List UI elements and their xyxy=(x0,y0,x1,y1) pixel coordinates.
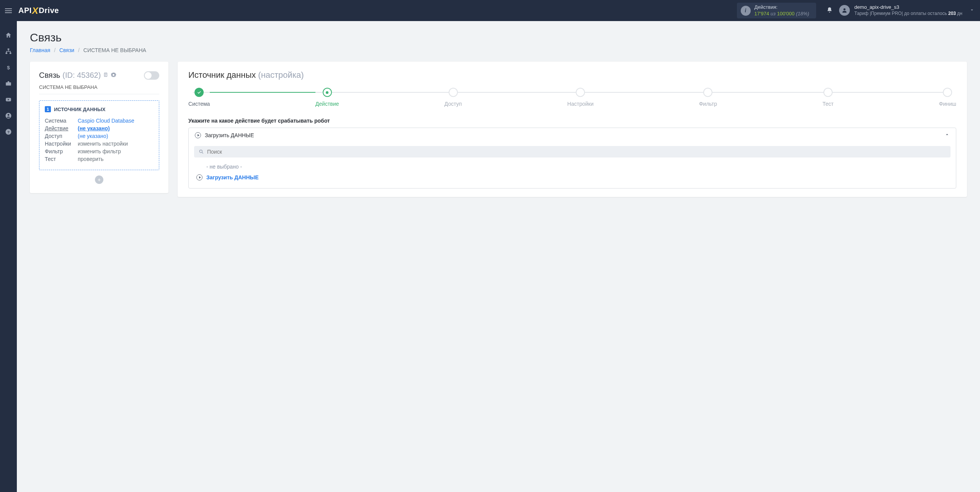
action-search-input[interactable] xyxy=(207,149,946,155)
actions-total: 100'000 xyxy=(777,11,795,16)
actions-usage-badge[interactable]: i Действия: 17'974 из 100'000 (18%) xyxy=(737,3,816,18)
action-select: Загрузить ДАННЫЕ - не выбрано - Загрузит… xyxy=(188,128,956,189)
logo-pre: API xyxy=(18,6,32,15)
config-title: Источник данных (настройка) xyxy=(188,70,956,80)
step-test[interactable]: Тест xyxy=(822,88,833,107)
svg-rect-8 xyxy=(6,82,11,85)
username: demo_apix-drive_s3 xyxy=(854,4,962,11)
row-action-value[interactable]: (не указано) xyxy=(78,125,110,131)
option-load-data[interactable]: Загрузить ДАННЫЕ xyxy=(194,172,951,183)
tariff-info: Тариф |Премиум PRO| до оплаты осталось 2… xyxy=(854,11,962,17)
bell-icon[interactable] xyxy=(823,7,836,14)
nav-help[interactable]: ? xyxy=(0,124,17,140)
source-box: 1 ИСТОЧНИК ДАННЫХ СистемаCaspio Cloud Da… xyxy=(39,100,159,170)
row-access-value[interactable]: (не указано) xyxy=(78,133,108,139)
breadcrumb: Главная / Связи / СИСТЕМА НЕ ВЫБРАНА xyxy=(30,47,967,53)
actions-label: Действия: xyxy=(755,4,809,10)
play-icon xyxy=(195,132,201,138)
breadcrumb-home[interactable]: Главная xyxy=(30,47,50,53)
source-heading: ИСТОЧНИК ДАННЫХ xyxy=(54,107,105,112)
row-settings-key: Настройки xyxy=(45,141,78,147)
user-menu[interactable]: demo_apix-drive_s3 Тариф |Премиум PRO| д… xyxy=(839,4,962,16)
breadcrumb-links[interactable]: Связи xyxy=(59,47,74,53)
page-title: Связь xyxy=(30,31,967,44)
svg-text:$: $ xyxy=(7,65,10,71)
row-system-value[interactable]: Caspio Cloud Database xyxy=(78,118,134,124)
step-finish[interactable]: Финиш xyxy=(939,88,956,107)
nav-billing[interactable]: $ xyxy=(0,59,17,75)
copy-icon[interactable] xyxy=(103,72,108,79)
actions-pct: (18%) xyxy=(795,11,809,16)
row-filter-value[interactable]: изменить фильтр xyxy=(78,148,121,154)
row-action-key: Действие xyxy=(45,125,78,131)
nav-home[interactable] xyxy=(0,27,17,43)
hamburger-menu[interactable] xyxy=(0,0,17,21)
sidebar: $ ? xyxy=(0,21,17,207)
row-test-key: Тест xyxy=(45,156,78,162)
enable-toggle[interactable] xyxy=(144,71,159,80)
step-system[interactable]: Система xyxy=(188,88,210,107)
stepper: Система Действие Доступ Настройки Фильтр… xyxy=(188,88,956,107)
actions-of: из xyxy=(769,11,777,16)
breadcrumb-current: СИСТЕМА НЕ ВЫБРАНА xyxy=(83,47,146,53)
logo-post: Drive xyxy=(39,6,59,15)
svg-rect-5 xyxy=(6,52,8,54)
info-icon: i xyxy=(741,6,751,16)
gear-icon[interactable] xyxy=(111,72,116,79)
nav-account[interactable] xyxy=(0,108,17,124)
row-settings-value[interactable]: изменить настройки xyxy=(78,141,128,147)
action-search xyxy=(194,146,951,157)
action-select-value: Загрузить ДАННЫЕ xyxy=(205,132,941,138)
svg-point-3 xyxy=(843,8,845,10)
add-step-button[interactable]: + xyxy=(95,175,103,184)
nav-briefcase[interactable] xyxy=(0,75,17,92)
chevron-up-icon xyxy=(944,132,950,138)
step-filter[interactable]: Фильтр xyxy=(699,88,717,107)
config-card: Источник данных (настройка) Система Дейс… xyxy=(178,62,967,197)
step-settings[interactable]: Настройки xyxy=(567,88,594,107)
card-title: Связь xyxy=(39,71,60,80)
action-select-toggle[interactable]: Загрузить ДАННЫЕ xyxy=(189,128,956,142)
row-access-key: Доступ xyxy=(45,133,78,139)
connection-summary-card: Связь (ID: 45362) СИСТЕМА НЕ ВЫБРАНА 1 И… xyxy=(30,62,168,193)
option-none[interactable]: - не выбрано - xyxy=(194,161,951,172)
play-icon xyxy=(196,174,203,180)
row-filter-key: Фильтр xyxy=(45,148,78,154)
avatar xyxy=(839,5,850,16)
step-action[interactable]: Действие xyxy=(315,88,339,107)
row-system-key: Система xyxy=(45,118,78,124)
svg-rect-2 xyxy=(5,12,12,13)
actions-used: 17'974 xyxy=(755,11,769,16)
nav-connections[interactable] xyxy=(0,43,17,59)
svg-text:?: ? xyxy=(7,130,10,134)
action-field-label: Укажите на какое действие будет срабатыв… xyxy=(188,118,956,124)
svg-rect-4 xyxy=(8,49,10,50)
card-subtitle: СИСТЕМА НЕ ВЫБРАНА xyxy=(39,84,159,94)
row-test-value[interactable]: проверить xyxy=(78,156,104,162)
step-access[interactable]: Доступ xyxy=(444,88,462,107)
svg-point-15 xyxy=(199,150,202,153)
svg-rect-6 xyxy=(10,52,11,54)
nav-video[interactable] xyxy=(0,92,17,108)
search-icon xyxy=(199,149,204,154)
svg-rect-0 xyxy=(5,8,12,9)
svg-point-11 xyxy=(8,114,10,116)
logo-x: X xyxy=(31,5,39,16)
chevron-down-icon[interactable] xyxy=(969,7,980,14)
svg-rect-1 xyxy=(5,10,12,11)
logo[interactable]: APIXDrive xyxy=(18,5,59,16)
card-id: (ID: 45362) xyxy=(62,71,101,80)
step-badge-1: 1 xyxy=(45,106,51,112)
